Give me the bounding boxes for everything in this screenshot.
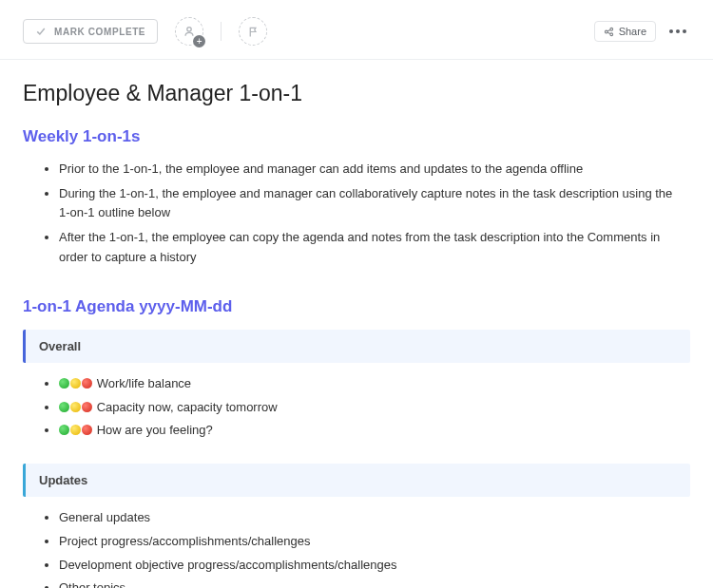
weekly-list: Prior to the 1-on-1, the employee and ma… — [23, 160, 690, 267]
green-dot-icon — [59, 425, 69, 435]
yellow-dot-icon — [70, 402, 81, 412]
callout-overall: Overall — [23, 330, 690, 363]
section-agenda-title: 1-on-1 Agenda yyyy-MM-dd — [23, 297, 690, 316]
divider — [221, 22, 222, 41]
topbar-left: MARK COMPLETE + — [23, 17, 267, 46]
list-item: Project progress/accomplishments/challen… — [59, 532, 690, 552]
red-dot-icon — [82, 378, 92, 389]
updates-list: General updates Project progress/accompl… — [23, 508, 690, 588]
topbar-right: Share — [594, 21, 690, 42]
share-icon — [604, 27, 614, 37]
yellow-dot-icon — [70, 378, 81, 389]
callout-updates: Updates — [23, 464, 690, 497]
green-dot-icon — [59, 378, 69, 389]
list-item: Prior to the 1-on-1, the employee and ma… — [59, 160, 690, 179]
svg-point-1 — [605, 30, 607, 33]
flag-button[interactable] — [239, 17, 267, 46]
list-item: During the 1-on-1, the employee and mana… — [59, 184, 690, 222]
svg-point-3 — [610, 32, 613, 35]
topbar: MARK COMPLETE + Share — [0, 0, 713, 60]
yellow-dot-icon — [70, 425, 81, 435]
list-item: Other topics — [59, 579, 690, 588]
callout-label: Overall — [39, 339, 81, 353]
share-button[interactable]: Share — [594, 21, 656, 42]
svg-point-0 — [187, 28, 191, 31]
page-title: Employee & Manager 1-on-1 — [23, 81, 690, 106]
list-item-text: Work/life balance — [97, 376, 191, 390]
list-item: General updates — [59, 508, 690, 528]
svg-point-2 — [610, 28, 613, 30]
callout-label: Updates — [39, 473, 87, 487]
share-label: Share — [619, 26, 646, 37]
overall-list: Work/life balance Capacity now, capacity… — [23, 374, 690, 441]
list-item: Work/life balance — [59, 374, 690, 394]
list-item: How are you feeling? — [59, 421, 690, 441]
flag-icon — [247, 26, 260, 38]
list-item-text: How are you feeling? — [97, 423, 213, 437]
check-icon — [35, 26, 47, 37]
list-item: Capacity now, capacity tomorrow — [59, 398, 690, 418]
red-dot-icon — [82, 425, 92, 435]
plus-badge-icon: + — [193, 35, 205, 47]
assignee-add-button[interactable]: + — [175, 17, 203, 46]
mark-complete-label: MARK COMPLETE — [54, 27, 145, 37]
section-weekly-title: Weekly 1-on-1s — [23, 127, 690, 146]
list-item: After the 1-on-1, the employee can copy … — [59, 228, 690, 266]
green-dot-icon — [59, 402, 69, 412]
red-dot-icon — [82, 402, 92, 412]
more-menu-button[interactable] — [665, 26, 690, 37]
content-area: Employee & Manager 1-on-1 Weekly 1-on-1s… — [0, 60, 713, 588]
list-item: Development objective progress/accomplis… — [59, 556, 690, 576]
mark-complete-button[interactable]: MARK COMPLETE — [23, 19, 158, 44]
list-item-text: Capacity now, capacity tomorrow — [97, 400, 278, 414]
